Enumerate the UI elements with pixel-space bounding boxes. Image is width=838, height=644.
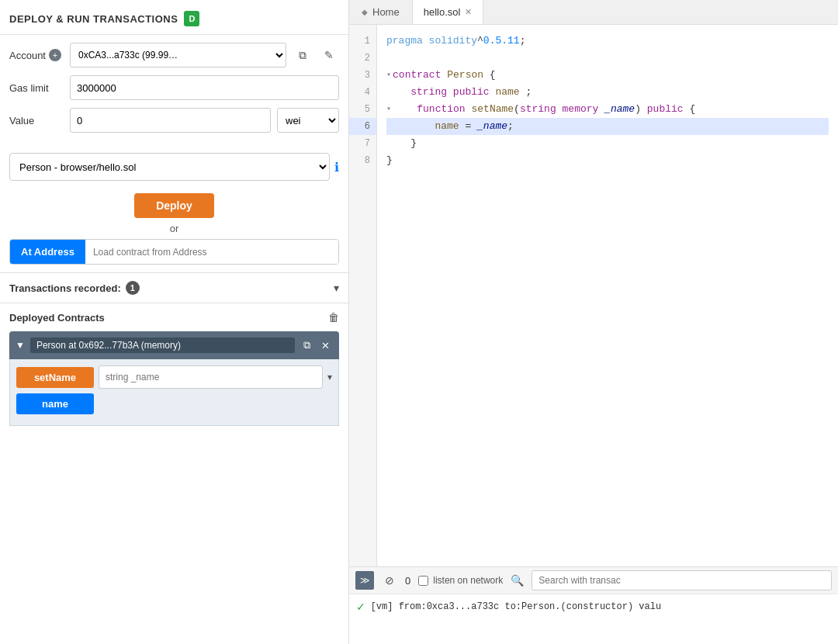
deploy-button[interactable]: Deploy: [134, 193, 214, 218]
editor-area: 1 2 3 4 5 6 7 8 pragma solidity^0.5.11; …: [349, 25, 838, 566]
contract-select[interactable]: Person - browser/hello.sol: [9, 153, 330, 181]
line-num-5: 5: [349, 101, 376, 118]
line-num-6: 6: [349, 118, 376, 135]
gas-limit-label: Gas limit: [9, 82, 64, 94]
account-select[interactable]: 0xCA3...a733c (99.99…: [70, 43, 286, 68]
console-expand-btn[interactable]: ≫: [355, 571, 374, 590]
code-line-3: ▾ contract Person {: [386, 67, 829, 84]
gas-limit-row: Gas limit: [9, 75, 339, 100]
gas-limit-input[interactable]: [70, 75, 339, 100]
fold-arrow-5[interactable]: ▾: [386, 101, 391, 118]
value-row: Value wei gwei finney ether: [9, 108, 339, 133]
form-section: Account + 0xCA3...a733c (99.99… ⧉ ✎ Gas …: [0, 35, 348, 148]
active-tab-label: hello.sol: [424, 6, 461, 18]
contract-instance: ▼ Person at 0x692...77b3A (memory) ⧉ ✕ s…: [9, 331, 339, 426]
tab-home[interactable]: ◆ Home: [349, 0, 413, 24]
remix-logo: ◆: [362, 8, 368, 16]
transactions-header: Transactions recorded: 1 ▾: [9, 281, 339, 295]
tab-close-btn[interactable]: ✕: [465, 7, 472, 17]
wei-select[interactable]: wei gwei finney ether: [277, 108, 339, 133]
transactions-title: Transactions recorded: 1: [9, 281, 140, 295]
copy-account-btn[interactable]: ⧉: [293, 45, 313, 65]
console-stop-btn[interactable]: ⊘: [382, 573, 397, 588]
home-tab-label: Home: [372, 6, 400, 18]
code-line-5: ▾ function setName(string memory _name) …: [386, 101, 829, 118]
value-input[interactable]: [70, 108, 271, 133]
instance-chevron[interactable]: ▼: [16, 340, 25, 351]
code-line-2: [386, 50, 829, 67]
console-count: 0: [405, 575, 410, 587]
line-num-1: 1: [349, 33, 376, 50]
transactions-badge: 1: [126, 281, 140, 295]
contract-functions: setName ▾ name: [9, 359, 339, 426]
name-function-row: name: [16, 393, 332, 414]
console-search-input[interactable]: [532, 570, 832, 590]
contract-select-row: Person - browser/hello.sol ℹ: [0, 148, 348, 189]
value-label: Value: [9, 115, 64, 126]
panel-title: DEPLOY & RUN TRANSACTIONS: [9, 13, 178, 25]
line-num-7: 7: [349, 135, 376, 152]
line-numbers: 1 2 3 4 5 6 7 8: [349, 25, 377, 566]
console-log: ✓ [vm] from:0xca3...a733c to:Person.(con…: [349, 594, 838, 644]
account-label: Account +: [9, 49, 64, 61]
transactions-section: Transactions recorded: 1 ▾: [0, 272, 348, 303]
panel-icon: D: [184, 11, 199, 26]
setname-chevron[interactable]: ▾: [327, 372, 332, 383]
clear-contracts-btn[interactable]: 🗑: [328, 311, 339, 324]
contract-instance-header: ▼ Person at 0x692...77b3A (memory) ⧉ ✕: [9, 331, 339, 359]
left-panel: DEPLOY & RUN TRANSACTIONS D Account + 0x…: [0, 0, 349, 644]
tab-hello-sol[interactable]: hello.sol ✕: [413, 0, 484, 24]
line-num-2: 2: [349, 50, 376, 67]
at-address-input[interactable]: [85, 240, 338, 264]
code-content[interactable]: pragma solidity^0.5.11; ▾ contract Perso…: [377, 25, 838, 566]
code-line-6: name = _name;: [386, 118, 829, 135]
listen-checkbox[interactable]: [418, 576, 428, 586]
panel-header: DEPLOY & RUN TRANSACTIONS D: [0, 0, 348, 35]
setname-btn[interactable]: setName: [16, 367, 94, 388]
setname-function-row: setName ▾: [16, 365, 332, 389]
tabs-bar: ◆ Home hello.sol ✕: [349, 0, 838, 25]
deployed-contracts-section: Deployed Contracts 🗑 ▼ Person at 0x692..…: [0, 303, 348, 644]
line-num-3: 3: [349, 67, 376, 84]
log-entry-1: ✓ [vm] from:0xca3...a733c to:Person.(con…: [357, 599, 830, 615]
deployed-contracts-header: Deployed Contracts 🗑: [9, 311, 339, 324]
transactions-chevron[interactable]: ▾: [334, 282, 339, 294]
instance-name-label: Person at 0x692...77b3A (memory): [29, 337, 296, 354]
log-text: [vm] from:0xca3...a733c to:Person.(const…: [371, 601, 661, 612]
line-num-4: 4: [349, 84, 376, 101]
or-text: or: [9, 223, 339, 234]
line-num-8: 8: [349, 152, 376, 169]
console-search-icon: 🔍: [511, 574, 524, 587]
instance-copy-btn[interactable]: ⧉: [300, 338, 313, 353]
log-success-icon: ✓: [357, 599, 365, 615]
account-row: Account + 0xCA3...a733c (99.99… ⧉ ✎: [9, 43, 339, 68]
at-address-button[interactable]: At Address: [10, 240, 85, 264]
info-icon[interactable]: ℹ: [334, 160, 339, 175]
console-listen-label: listen on network: [418, 575, 503, 586]
setname-input[interactable]: [99, 365, 323, 389]
edit-account-btn[interactable]: ✎: [319, 45, 339, 65]
console-area: ≫ ⊘ 0 listen on network 🔍 ✓ [vm] from:0x…: [349, 566, 838, 644]
code-line-8: }: [386, 152, 829, 169]
right-panel: ◆ Home hello.sol ✕ 1 2 3 4 5 6 7 8 pragm…: [349, 0, 838, 644]
deploy-section: Deploy or At Address: [0, 189, 348, 272]
name-btn[interactable]: name: [16, 393, 94, 414]
deployed-contracts-title: Deployed Contracts: [9, 312, 105, 324]
instance-close-btn[interactable]: ✕: [318, 338, 333, 353]
code-line-1: pragma solidity^0.5.11;: [386, 33, 829, 50]
at-address-row: At Address: [9, 239, 339, 265]
account-plus-btn[interactable]: +: [49, 49, 61, 61]
console-toolbar: ≫ ⊘ 0 listen on network 🔍: [349, 567, 838, 594]
fold-arrow-3[interactable]: ▾: [386, 67, 391, 84]
code-line-4: string public name ;: [386, 84, 829, 101]
code-line-7: }: [386, 135, 829, 152]
